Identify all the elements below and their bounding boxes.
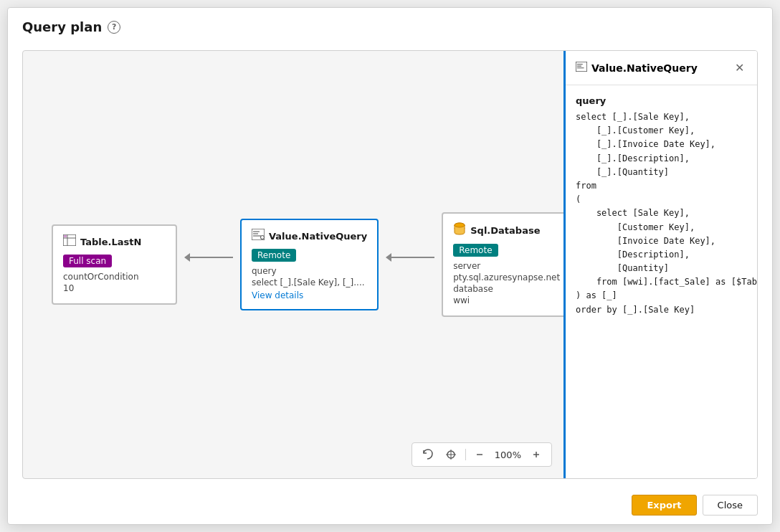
table-icon [63, 234, 76, 249]
detail-icon [576, 62, 587, 74]
fit-button[interactable] [441, 446, 461, 463]
database-icon [453, 222, 466, 238]
close-button[interactable]: Close [703, 495, 758, 516]
zoom-out-button[interactable] [470, 447, 489, 462]
arrow-shape-2 [386, 253, 434, 262]
node-prop-database-value: wwi [453, 295, 560, 305]
detail-section-label: query [576, 95, 747, 106]
node-sql-database[interactable]: Sql.Database Remote server pty.sql.azure… [442, 212, 563, 317]
arrowhead-2 [386, 253, 391, 262]
node-value-nativequery[interactable]: Value.NativeQuery Remote query select [_… [240, 219, 379, 310]
node-title-3: Sql.Database [470, 225, 540, 236]
zoom-level-display: 100% [492, 450, 524, 460]
query-plan-modal: Query plan ? [7, 7, 773, 525]
detail-panel: Value.NativeQuery ✕ query select [_].[Sa… [563, 51, 757, 478]
arrow-shape-1 [184, 253, 233, 262]
undo-button[interactable] [418, 446, 438, 463]
svg-point-8 [261, 236, 265, 239]
modal-header: Query plan ? [8, 8, 772, 43]
export-button[interactable]: Export [632, 495, 696, 516]
canvas-area[interactable]: Table.LastN Full scan countOrCondition 1… [23, 51, 563, 478]
toolbar-divider [465, 449, 466, 460]
detail-panel-close-button[interactable]: ✕ [732, 60, 747, 76]
node-prop-select: select [_].[Sale Key], [_].... [252, 277, 367, 288]
nodes-container: Table.LastN Full scan countOrCondition 1… [52, 212, 563, 317]
detail-panel-name: Value.NativeQuery [591, 62, 698, 74]
modal-title: Query plan [22, 19, 102, 34]
canvas-content: Table.LastN Full scan countOrCondition 1… [23, 51, 563, 478]
arrowhead-1 [184, 253, 190, 262]
node-header-1: Table.LastN [63, 234, 166, 249]
node-prop-database-label: database [453, 284, 560, 294]
node-prop-server-label: server [453, 261, 560, 271]
arrow-1 [177, 253, 240, 262]
badge-full-scan: Full scan [63, 255, 112, 267]
node-prop-query: query [252, 266, 367, 276]
svg-rect-4 [252, 229, 265, 240]
detail-panel-content: query select [_].[Sale Key], [_].[Custom… [566, 85, 757, 478]
node-table-lastn[interactable]: Table.LastN Full scan countOrCondition 1… [52, 224, 177, 305]
node-prop-count: countOrCondition [63, 272, 166, 282]
badge-remote-2: Remote [453, 244, 498, 257]
view-details-link[interactable]: View details [252, 290, 367, 300]
svg-point-10 [455, 223, 465, 227]
node-prop-10: 10 [63, 283, 166, 293]
modal-footer: Export Close [8, 486, 772, 524]
zoom-in-button[interactable] [527, 447, 546, 462]
node-header-2: Value.NativeQuery [252, 229, 367, 243]
detail-panel-header: Value.NativeQuery ✕ [566, 51, 757, 85]
arrow-2 [379, 253, 442, 262]
arrow-line-1 [190, 257, 233, 258]
node-header-3: Sql.Database [453, 222, 560, 238]
node-prop-server-value: pty.sql.azuresynapse.net [453, 272, 560, 282]
query-icon [252, 229, 265, 243]
svg-rect-17 [576, 62, 587, 72]
zoom-toolbar: 100% [412, 442, 552, 467]
node-title-2: Value.NativeQuery [269, 231, 367, 242]
modal-body: Table.LastN Full scan countOrCondition 1… [22, 50, 758, 479]
arrow-line-2 [391, 257, 434, 258]
badge-remote-1: Remote [252, 249, 296, 262]
query-code: select [_].[Sale Key], [_].[Customer Key… [576, 110, 747, 317]
help-icon[interactable]: ? [108, 21, 120, 34]
svg-rect-3 [64, 235, 67, 237]
node-title-1: Table.LastN [80, 237, 141, 247]
detail-panel-title: Value.NativeQuery [576, 62, 698, 74]
